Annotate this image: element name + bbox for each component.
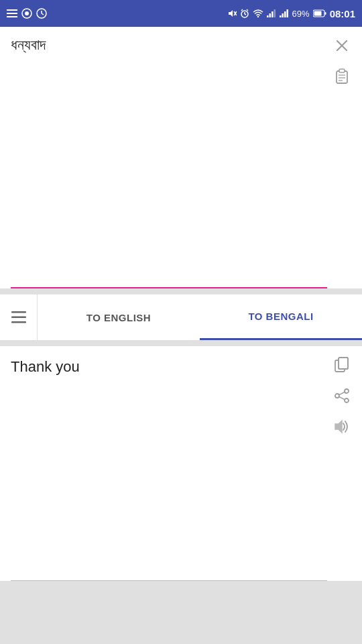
- svg-rect-39: [339, 358, 348, 369]
- chrome-icon: [21, 8, 32, 19]
- volume-button[interactable]: [330, 415, 354, 439]
- svg-line-45: [339, 397, 345, 400]
- tab-to-english[interactable]: TO ENGLISH: [38, 294, 200, 340]
- svg-rect-0: [7, 9, 17, 11]
- battery-icon: [313, 9, 326, 17]
- svg-line-14: [241, 9, 243, 11]
- svg-rect-23: [284, 11, 286, 17]
- svg-line-44: [339, 392, 345, 395]
- svg-rect-37: [11, 321, 26, 323]
- signal-icon: [267, 9, 276, 17]
- svg-marker-8: [229, 10, 233, 17]
- input-text[interactable]: ধন্যবাদ: [11, 35, 351, 282]
- status-bar: 69% 08:01: [0, 0, 362, 27]
- svg-rect-31: [339, 69, 345, 72]
- alarm-icon: [240, 9, 249, 18]
- svg-point-16: [257, 16, 258, 17]
- tabs-container: TO ENGLISH TO BENGALI: [38, 294, 362, 340]
- svg-rect-17: [267, 15, 269, 17]
- svg-rect-22: [282, 13, 284, 17]
- svg-marker-46: [335, 421, 342, 433]
- output-underline: [11, 580, 327, 581]
- copy-button[interactable]: [330, 353, 354, 377]
- tab-bar: TO ENGLISH TO BENGALI: [0, 294, 362, 341]
- svg-rect-24: [286, 9, 288, 17]
- svg-rect-2: [7, 16, 17, 17]
- output-section: Thank you: [0, 346, 362, 581]
- svg-point-41: [345, 389, 349, 393]
- svg-line-15: [247, 9, 248, 11]
- output-actions: [330, 353, 354, 439]
- svg-point-43: [345, 398, 349, 402]
- input-underline: [11, 287, 327, 288]
- clock-icon: [36, 8, 47, 19]
- signal2-icon: [280, 9, 289, 17]
- mute-icon: [227, 9, 237, 18]
- svg-rect-26: [324, 12, 326, 15]
- close-button[interactable]: [330, 34, 354, 58]
- output-text: Thank you: [11, 357, 351, 575]
- clipboard-button[interactable]: [330, 64, 354, 89]
- tab-to-bengali[interactable]: TO BENGALI: [200, 294, 362, 340]
- input-actions: [330, 34, 354, 89]
- svg-rect-18: [269, 13, 271, 17]
- svg-rect-36: [11, 317, 26, 319]
- battery-percent: 69%: [292, 9, 310, 19]
- svg-rect-1: [7, 13, 17, 14]
- share-button[interactable]: [330, 384, 354, 408]
- svg-rect-35: [11, 311, 26, 313]
- svg-rect-20: [274, 9, 276, 17]
- svg-line-7: [42, 13, 44, 15]
- svg-rect-21: [280, 15, 282, 17]
- status-bar-left: [7, 8, 47, 19]
- svg-point-42: [335, 394, 339, 398]
- status-time: 08:01: [330, 8, 355, 19]
- wifi-icon: [253, 9, 263, 17]
- svg-rect-27: [314, 11, 321, 16]
- menu-icon: [7, 9, 17, 17]
- input-section: ধন্যবাদ: [0, 27, 362, 288]
- svg-line-13: [245, 14, 246, 15]
- status-bar-right: 69% 08:01: [227, 8, 355, 19]
- svg-point-4: [25, 11, 29, 15]
- menu-button[interactable]: [0, 294, 38, 341]
- svg-rect-19: [272, 11, 274, 17]
